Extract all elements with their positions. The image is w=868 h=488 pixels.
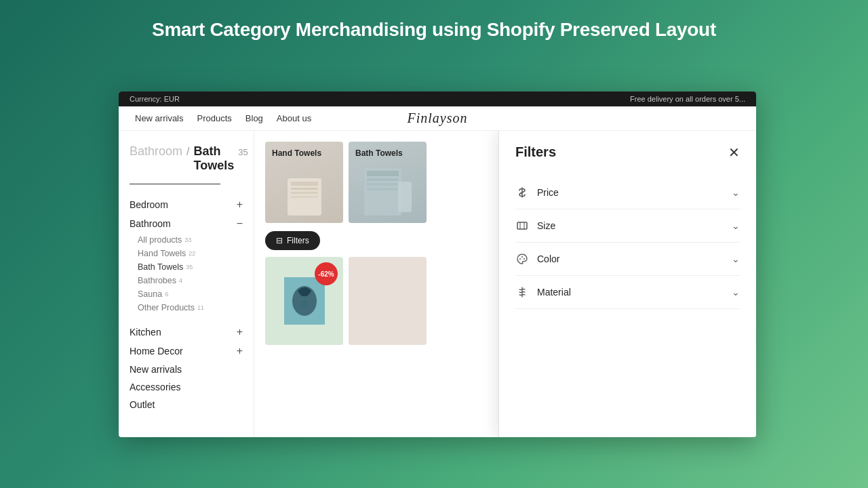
sidebar-kitchen-label: Kitchen [130,327,161,338]
filter-close-button[interactable]: ✕ [728,146,740,159]
svg-rect-1 [291,182,318,186]
nav-blog[interactable]: Blog [245,113,263,123]
svg-rect-14 [517,222,527,229]
sidebar-sub-hand-towels-count: 22 [189,250,195,257]
bath-towels-tile-label: Bath Towels [355,148,403,158]
breadcrumb: Bathroom / Bath Towels 35 [130,144,243,173]
sidebar-sub-hand-towels[interactable]: Hand Towels 22 [130,247,243,260]
sidebar-item-new-arrivals[interactable]: New arrivals [130,361,243,378]
sidebar-sub-all-products[interactable]: All products 33 [130,233,243,247]
price-icon [515,186,529,199]
filter-item-size[interactable]: Size ⌄ [515,209,740,243]
filter-size-left: Size [515,219,555,232]
site-logo: Finlayson [408,110,468,126]
sidebar-item-bedroom[interactable]: Bedroom + [130,195,243,214]
svg-point-18 [521,256,523,258]
filter-item-color[interactable]: Color ⌄ [515,243,740,276]
svg-rect-9 [367,188,399,190]
sidebar-sub-other-products[interactable]: Other Products 11 [130,301,243,314]
size-icon [515,219,529,232]
filter-color-left: Color [515,252,559,266]
filters-button[interactable]: ⊟ Filters [265,231,320,250]
sidebar-sub-hand-towels-label: Hand Towels [138,249,186,258]
sidebar-sub-sauna[interactable]: Sauna 6 [130,287,243,301]
filter-price-left: Price [515,186,559,199]
svg-point-17 [519,258,521,260]
sidebar-bathroom-icon: − [237,218,243,230]
sidebar-sub-bath-towels-count: 35 [186,264,193,270]
promo-text: Free delivery on all orders over 5... [630,95,745,103]
filter-color-label: Color [537,253,559,264]
svg-rect-2 [291,188,318,190]
filter-panel-title: Filters [515,144,556,160]
hand-towel-svg [277,165,332,219]
category-tile-hand-towels[interactable]: Hand Towels [265,142,343,223]
sidebar-sub-bath-towels-label: Bath Towels [138,262,183,272]
breadcrumb-parent: Bathroom [130,144,182,159]
filter-color-chevron: ⌄ [732,253,740,264]
filter-price-chevron: ⌄ [732,187,740,198]
filter-size-chevron: ⌄ [732,220,740,231]
material-icon [515,285,529,299]
sidebar-kitchen-icon: + [237,326,243,338]
filter-material-left: Material [515,285,571,299]
product-artwork-svg [284,277,325,325]
svg-rect-6 [367,171,399,176]
sidebar: Bathroom / Bath Towels 35 Bedroom + Bath… [119,131,254,437]
sidebar-sub-other-products-count: 11 [197,304,204,311]
breadcrumb-count: 35 [238,147,248,157]
svg-rect-4 [291,196,318,198]
sidebar-item-kitchen[interactable]: Kitchen + [130,323,243,342]
sidebar-item-bathroom[interactable]: Bathroom − [130,214,243,233]
sidebar-new-arrivals-label: New arrivals [130,364,182,375]
page-wrapper: Smart Category Merchandising using Shopi… [0,0,868,54]
color-icon [515,252,529,266]
sidebar-bedroom-icon: + [237,199,243,211]
sidebar-sub-bathrobes-count: 4 [179,277,182,284]
sidebar-bathroom-label: Bathroom [130,218,171,229]
sidebar-sub-bathrobes-label: Bathrobes [138,276,176,285]
sidebar-divider [130,184,220,184]
filter-item-price[interactable]: Price ⌄ [515,176,740,209]
filter-item-material[interactable]: Material ⌄ [515,276,740,309]
sidebar-sub-all-products-label: All products [138,235,182,245]
discount-badge-1: -62% [315,262,338,285]
hand-towels-tile-label: Hand Towels [272,148,321,158]
filters-icon: ⊟ [276,236,283,245]
svg-point-13 [300,300,309,308]
filter-material-label: Material [537,287,571,298]
sidebar-outlet-label: Outlet [130,399,155,410]
svg-rect-7 [367,178,399,181]
sidebar-sub-bath-towels[interactable]: Bath Towels 35 [130,260,243,274]
sidebar-accessories-label: Accessories [130,382,180,392]
filters-button-label: Filters [287,236,309,245]
nav-products[interactable]: Products [197,113,232,123]
currency-label: Currency: EUR [130,95,180,103]
browser-window: Currency: EUR Free delivery on all order… [119,92,756,437]
svg-rect-8 [367,183,399,186]
filter-panel: Filters ✕ Price ⌄ [498,131,756,437]
product-card-2[interactable] [349,257,427,345]
svg-rect-10 [398,182,412,212]
filter-material-chevron: ⌄ [732,287,740,298]
bath-towel-svg [357,161,418,219]
nav-bar: New arrivals Products Blog About us Finl… [119,106,756,131]
nav-new-arrivals[interactable]: New arrivals [135,113,184,123]
sidebar-sub-bathrobes[interactable]: Bathrobes 4 [130,274,243,287]
breadcrumb-current: Bath Towels [194,144,235,173]
sidebar-sub-other-products-label: Other Products [138,303,195,312]
nav-about[interactable]: About us [277,113,311,123]
sidebar-sub-sauna-count: 6 [165,291,168,298]
filter-price-label: Price [537,187,559,198]
top-bar: Currency: EUR Free delivery on all order… [119,92,756,106]
svg-point-19 [524,258,525,260]
sidebar-item-accessories[interactable]: Accessories [130,378,243,396]
sidebar-item-home-decor[interactable]: Home Decor + [130,342,243,361]
sidebar-item-outlet[interactable]: Outlet [130,396,243,413]
filter-size-label: Size [537,220,555,231]
main-content: Bathroom / Bath Towels 35 Bedroom + Bath… [119,131,756,437]
page-title: Smart Category Merchandising using Shopi… [0,0,868,54]
category-tile-bath-towels[interactable]: Bath Towels [349,142,427,223]
breadcrumb-separator: / [186,146,189,158]
product-card-1[interactable]: -62% [265,257,343,345]
